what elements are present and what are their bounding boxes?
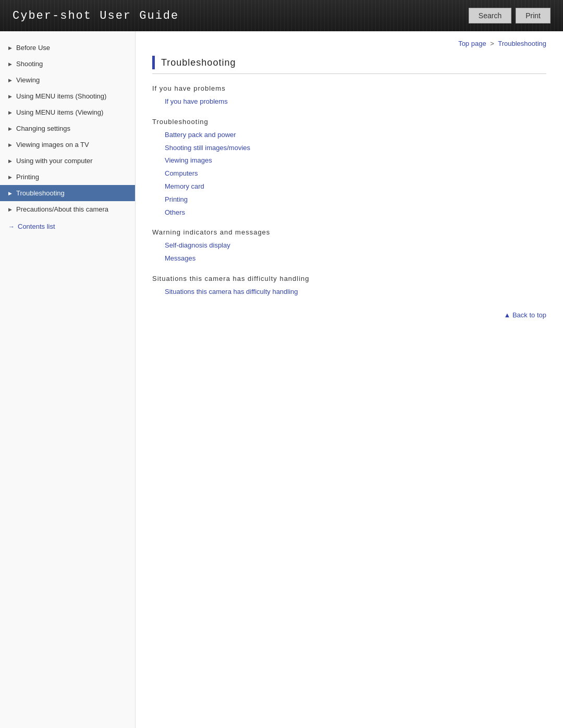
sidebar-arrow-icon: ▶: [8, 158, 12, 164]
site-title: Cyber-shot User Guide: [0, 9, 179, 22]
sidebar-item-using-menu-items-shooting[interactable]: ▶Using MENU items (Shooting): [0, 88, 135, 104]
sidebar-item-before-use[interactable]: ▶Before Use: [0, 40, 135, 56]
header-buttons: Search Print: [469, 8, 563, 23]
breadcrumb: Top page > Troubleshooting: [152, 40, 546, 47]
breadcrumb-top-page[interactable]: Top page: [458, 40, 486, 47]
sidebar-arrow-icon: ▶: [8, 175, 12, 180]
sidebar-item-label: Printing: [16, 173, 39, 181]
breadcrumb-current[interactable]: Troubleshooting: [498, 40, 546, 47]
sidebar-arrow-icon: ▶: [8, 207, 12, 212]
sidebar-item-label: Troubleshooting: [16, 189, 65, 197]
sidebar-arrow-icon: ▶: [8, 126, 12, 131]
sections-container: If you have problemsIf you have problems…: [152, 84, 546, 299]
header: Cyber-shot User Guide Search Print: [0, 0, 563, 31]
sidebar-arrow-icon: ▶: [8, 94, 12, 99]
section-link-1-5[interactable]: Printing: [152, 193, 546, 206]
page-title-bar: [152, 56, 155, 69]
sidebar-item-label: Precautions/About this camera: [16, 205, 108, 213]
section-link-1-1[interactable]: Shooting still images/movies: [152, 142, 546, 155]
search-button[interactable]: Search: [469, 8, 511, 23]
sidebar-arrow-icon: ▶: [8, 110, 12, 115]
sidebar-arrow-icon: ▶: [8, 78, 12, 83]
back-to-top-link[interactable]: ▲ Back to top: [504, 311, 546, 319]
sidebar-item-label: Using MENU items (Viewing): [16, 108, 103, 116]
sidebar-arrow-icon: ▶: [8, 61, 12, 67]
section-link-1-6[interactable]: Others: [152, 206, 546, 219]
page-title-section: Troubleshooting: [152, 56, 546, 74]
breadcrumb-separator: >: [490, 40, 494, 47]
page-title: Troubleshooting: [161, 57, 236, 68]
sidebar-item-using-menu-items-viewing[interactable]: ▶Using MENU items (Viewing): [0, 104, 135, 120]
sidebar-arrow-icon: ▶: [8, 142, 12, 147]
sidebar-item-label: Using MENU items (Shooting): [16, 92, 106, 100]
sidebar-item-label: Changing settings: [16, 125, 70, 132]
back-to-top: ▲ Back to top: [152, 311, 546, 319]
contents-list-arrow-icon: →: [8, 223, 15, 230]
section-heading-3: Situations this camera has difficulty ha…: [152, 275, 546, 282]
main-container: ▶Before Use▶Shooting▶Viewing▶Using MENU …: [0, 31, 563, 728]
sidebar-arrow-icon: ▶: [8, 191, 12, 196]
sidebar: ▶Before Use▶Shooting▶Viewing▶Using MENU …: [0, 31, 136, 728]
section-link-1-3[interactable]: Computers: [152, 167, 546, 180]
section-link-3-0[interactable]: Situations this camera has difficulty ha…: [152, 286, 546, 299]
content-area: Top page > Troubleshooting Troubleshooti…: [136, 31, 563, 728]
sidebar-item-label: Viewing images on a TV: [16, 141, 89, 149]
sidebar-item-shooting[interactable]: ▶Shooting: [0, 56, 135, 72]
print-button[interactable]: Print: [516, 8, 550, 23]
section-link-1-4[interactable]: Memory card: [152, 180, 546, 193]
sidebar-arrow-icon: ▶: [8, 45, 12, 51]
section-heading-2: Warning indicators and messages: [152, 228, 546, 236]
section-heading-0: If you have problems: [152, 84, 546, 92]
sidebar-item-precautionsabout-this-camera[interactable]: ▶Precautions/About this camera: [0, 201, 135, 217]
sidebar-item-troubleshooting[interactable]: ▶Troubleshooting: [0, 185, 135, 201]
section-link-1-2[interactable]: Viewing images: [152, 154, 546, 167]
sidebar-item-changing-settings[interactable]: ▶Changing settings: [0, 120, 135, 137]
section-heading-1: Troubleshooting: [152, 118, 546, 126]
sidebar-item-label: Using with your computer: [16, 157, 93, 165]
section-link-0-0[interactable]: If you have problems: [152, 95, 546, 108]
sidebar-item-label: Before Use: [16, 44, 50, 52]
sidebar-item-label: Shooting: [16, 60, 43, 68]
sidebar-item-using-with-your-computer[interactable]: ▶Using with your computer: [0, 153, 135, 169]
contents-list-link[interactable]: →Contents list: [0, 217, 135, 236]
section-link-2-0[interactable]: Self-diagnosis display: [152, 239, 546, 252]
section-link-2-1[interactable]: Messages: [152, 252, 546, 265]
contents-list-label: Contents list: [18, 223, 55, 230]
sidebar-item-viewing-images-on-a-tv[interactable]: ▶Viewing images on a TV: [0, 137, 135, 153]
sidebar-item-printing[interactable]: ▶Printing: [0, 169, 135, 185]
section-link-1-0[interactable]: Battery pack and power: [152, 129, 546, 142]
sidebar-item-viewing[interactable]: ▶Viewing: [0, 72, 135, 88]
sidebar-item-label: Viewing: [16, 76, 40, 84]
